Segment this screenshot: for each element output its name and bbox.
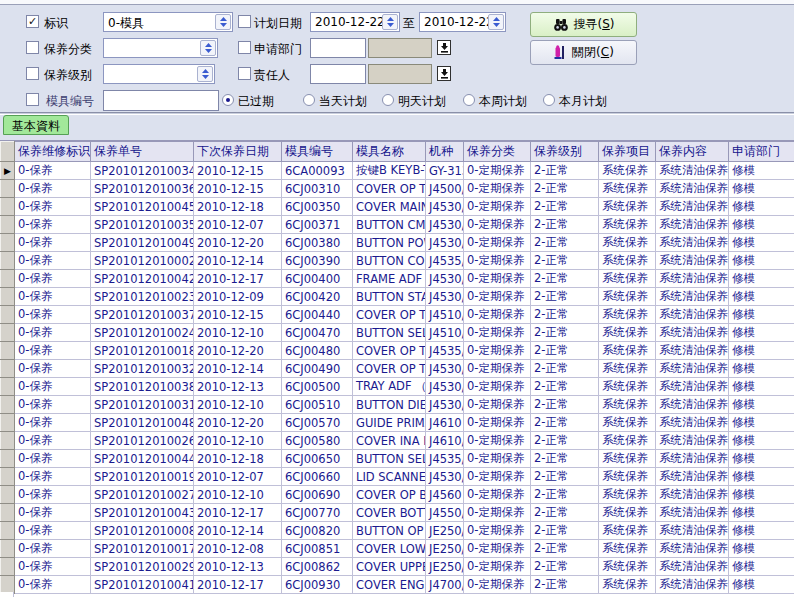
table-cell[interactable]: 系统清油保养 <box>656 342 729 360</box>
row-indicator[interactable] <box>1 378 15 396</box>
table-cell[interactable]: SP201012010026 <box>91 432 194 450</box>
table-cell[interactable]: BUTTON OP M <box>353 522 426 540</box>
table-cell[interactable]: 修模 <box>729 252 794 270</box>
table-cell[interactable]: 系统保养 <box>599 198 656 216</box>
table-row[interactable]: 0-保养 SP201012010029 2010-12-13 6CJ00862 … <box>1 558 794 576</box>
table-row[interactable]: 0-保养 SP201012010049 2010-12-20 6CJ00380 … <box>1 234 794 252</box>
table-row[interactable]: 0-保养 SP201012010031 2010-12-10 6CJ00510 … <box>1 396 794 414</box>
table-cell[interactable]: 0-保养 <box>15 288 91 306</box>
row-indicator[interactable] <box>1 450 15 468</box>
table-cell[interactable]: BUTTON CON <box>353 252 426 270</box>
table-cell[interactable]: J4550/ <box>426 504 464 522</box>
table-cell[interactable]: 2-正常 <box>531 342 599 360</box>
table-cell[interactable]: 0-保养 <box>15 378 91 396</box>
table-cell[interactable]: 2-正常 <box>531 432 599 450</box>
table-cell[interactable]: 0-定期保养 <box>464 180 531 198</box>
table-cell[interactable]: 2010-12-10 <box>194 324 282 342</box>
table-cell[interactable]: 2-正常 <box>531 396 599 414</box>
column-header[interactable]: 保养维修标识 <box>15 142 91 162</box>
table-cell[interactable]: 2-正常 <box>531 324 599 342</box>
table-cell[interactable]: 修模 <box>729 432 794 450</box>
table-cell[interactable]: 0-定期保养 <box>464 576 531 594</box>
table-cell[interactable]: 2-正常 <box>531 180 599 198</box>
table-cell[interactable]: 2-正常 <box>531 378 599 396</box>
table-row[interactable]: 0-保养 SP201012010043 2010-12-17 6CJ00770 … <box>1 504 794 522</box>
table-cell[interactable]: 2010-12-15 <box>194 162 282 180</box>
combo-arrows-icon[interactable] <box>488 14 504 30</box>
table-cell[interactable]: 2-正常 <box>531 540 599 558</box>
date-to-combo[interactable]: 2010-12-22 <box>419 12 506 32</box>
table-cell[interactable]: J4530/ <box>426 288 464 306</box>
table-cell[interactable]: SP201012010042 <box>91 270 194 288</box>
table-cell[interactable]: 系统保养 <box>599 522 656 540</box>
table-cell[interactable]: 系统保养 <box>599 378 656 396</box>
table-cell[interactable]: COVER OP TO <box>353 342 426 360</box>
table-cell[interactable]: 2-正常 <box>531 522 599 540</box>
table-cell[interactable]: 系统保养 <box>599 270 656 288</box>
table-cell[interactable]: 系统保养 <box>599 414 656 432</box>
row-indicator[interactable] <box>1 288 15 306</box>
table-cell[interactable]: 2010-12-20 <box>194 234 282 252</box>
table-cell[interactable]: 6CJ00820 <box>282 522 353 540</box>
table-cell[interactable]: 系统保养 <box>599 540 656 558</box>
mujubh-input[interactable] <box>103 90 219 111</box>
table-cell[interactable]: JE250/ <box>426 540 464 558</box>
table-cell[interactable]: 修模 <box>729 522 794 540</box>
table-cell[interactable]: J4700/ <box>426 576 464 594</box>
table-cell[interactable]: SP201012010041 <box>91 576 194 594</box>
biaoshi-combo[interactable]: 0-模具 <box>103 12 233 32</box>
table-cell[interactable]: 6CJ00420 <box>282 288 353 306</box>
table-row[interactable]: 0-保养 SP201012010038 2010-12-13 6CJ00500 … <box>1 378 794 396</box>
table-cell[interactable]: J4510/ <box>426 306 464 324</box>
table-cell[interactable]: 0-定期保养 <box>464 306 531 324</box>
table-cell[interactable]: 6CJ00570 <box>282 414 353 432</box>
table-cell[interactable]: 0-定期保养 <box>464 450 531 468</box>
table-cell[interactable]: 0-定期保养 <box>464 486 531 504</box>
table-cell[interactable]: 0-保养 <box>15 504 91 522</box>
table-cell[interactable]: 系统清油保养 <box>656 450 729 468</box>
table-cell[interactable]: J4610/ <box>426 432 464 450</box>
row-indicator[interactable] <box>1 414 15 432</box>
table-cell[interactable]: GUIDE PRIMA <box>353 414 426 432</box>
row-indicator[interactable] <box>1 504 15 522</box>
column-header[interactable]: 模具名称 <box>353 142 426 162</box>
table-cell[interactable]: 0-定期保养 <box>464 414 531 432</box>
table-cell[interactable]: 0-保养 <box>15 252 91 270</box>
table-cell[interactable]: 系统清油保养 <box>656 540 729 558</box>
jibie-checkbox[interactable] <box>26 67 39 80</box>
table-row[interactable]: 0-保养 SP201012010017 2010-12-08 6CJ00851 … <box>1 540 794 558</box>
table-cell[interactable]: SP201012010019 <box>91 468 194 486</box>
row-indicator[interactable] <box>1 468 15 486</box>
table-cell[interactable]: BUTTON SELE <box>353 324 426 342</box>
table-cell[interactable]: 6CJ00930 <box>282 576 353 594</box>
row-indicator[interactable] <box>1 252 15 270</box>
table-cell[interactable]: 0-保养 <box>15 234 91 252</box>
date-from-combo[interactable]: 2010-12-22 <box>310 12 400 32</box>
table-cell[interactable]: 系统清油保养 <box>656 324 729 342</box>
table-cell[interactable]: BUTTON DIEL <box>353 396 426 414</box>
table-cell[interactable]: SP201012010018 <box>91 342 194 360</box>
table-cell[interactable]: 0-定期保养 <box>464 504 531 522</box>
table-cell[interactable]: 系统保养 <box>599 450 656 468</box>
table-row[interactable]: 0-保养 SP201012010008 2010-12-14 6CJ00820 … <box>1 522 794 540</box>
table-row[interactable]: 0-保养 SP201012010045 2010-12-18 6CJ00350 … <box>1 198 794 216</box>
table-cell[interactable]: 0-保养 <box>15 360 91 378</box>
table-cell[interactable]: 系统保养 <box>599 216 656 234</box>
table-cell[interactable]: J4530/ <box>426 396 464 414</box>
table-cell[interactable]: 2010-12-09 <box>194 288 282 306</box>
table-cell[interactable]: 6CJ00310 <box>282 180 353 198</box>
table-cell[interactable]: 系统清油保养 <box>656 576 729 594</box>
table-row[interactable]: 0-保养 SP201012010018 2010-12-20 6CJ00480 … <box>1 342 794 360</box>
table-cell[interactable]: COVER INA P( <box>353 432 426 450</box>
table-cell[interactable]: JE250/ <box>426 522 464 540</box>
table-cell[interactable]: 0-定期保养 <box>464 216 531 234</box>
table-cell[interactable]: 系统清油保养 <box>656 378 729 396</box>
table-cell[interactable]: SP201012010048 <box>91 414 194 432</box>
table-cell[interactable]: 2-正常 <box>531 288 599 306</box>
table-cell[interactable]: 修模 <box>729 558 794 576</box>
table-cell[interactable]: SP201012010038 <box>91 378 194 396</box>
table-cell[interactable]: 0-定期保养 <box>464 396 531 414</box>
table-cell[interactable]: 系统保养 <box>599 324 656 342</box>
table-cell[interactable]: 6CJ00650 <box>282 450 353 468</box>
table-cell[interactable]: BUTTON SELE <box>353 450 426 468</box>
